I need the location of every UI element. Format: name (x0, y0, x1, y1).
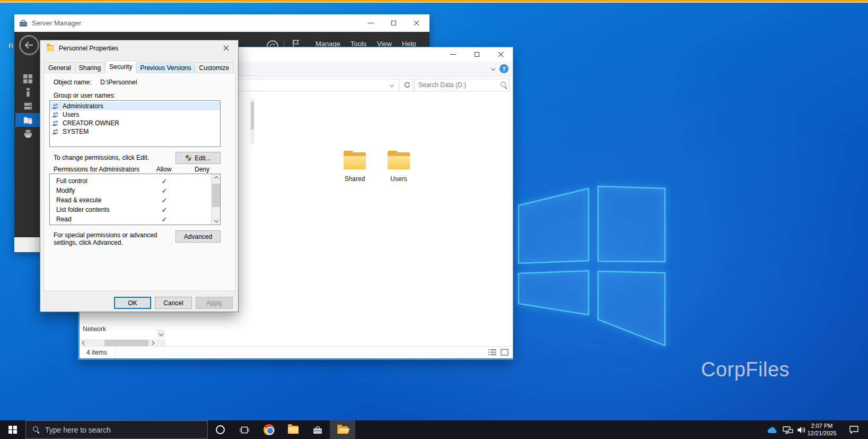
permission-row[interactable]: Full control ✓ (50, 176, 220, 186)
back-button[interactable] (19, 35, 39, 55)
sm-maximize-button[interactable] (382, 14, 405, 32)
nav-horizontal-scrollbar[interactable] (81, 339, 165, 347)
active-folder-window-button[interactable] (330, 420, 355, 439)
ribbon-expand-chevron-icon[interactable] (491, 66, 495, 71)
tab-customize[interactable]: Customize (195, 62, 233, 73)
scroll-up-button[interactable] (212, 174, 221, 183)
permissions-scrollbar[interactable] (211, 174, 220, 225)
status-separator (115, 349, 115, 356)
details-view-icon[interactable] (488, 349, 496, 356)
apply-button-disabled[interactable]: Apply (196, 297, 233, 309)
personnel-properties-dialog: Personnel Properties General Sharing Sec… (40, 40, 239, 312)
permission-row[interactable]: Modify ✓ (50, 186, 220, 195)
scrollbar-thumb[interactable] (212, 184, 220, 207)
scrollbar-thumb[interactable] (104, 340, 148, 346)
maximize-icon (475, 52, 479, 57)
permission-name: Read (56, 216, 72, 223)
nav-print-services[interactable] (15, 127, 40, 141)
group-name: SYSTEM (63, 128, 89, 135)
folder-icon (344, 152, 366, 169)
refresh-button[interactable] (401, 79, 413, 91)
uac-shield-icon (185, 154, 192, 161)
group-row-users[interactable]: Users (50, 110, 220, 119)
start-button[interactable] (0, 420, 25, 439)
windows-hero-logo (510, 178, 672, 353)
nav-local-server[interactable] (15, 85, 40, 99)
tab-previous-versions[interactable]: Previous Versions (136, 62, 195, 73)
search-icon (33, 426, 40, 433)
time-text: 2:07 PM (804, 422, 839, 429)
cancel-label: Cancel (163, 299, 183, 307)
permission-row[interactable]: Read & execute ✓ (50, 195, 220, 205)
group-row-system[interactable]: SYSTEM (50, 127, 220, 136)
tab-general[interactable]: General (44, 62, 75, 73)
group-row-administrators[interactable]: Administrators (50, 102, 220, 110)
nav-file-storage-services[interactable] (15, 113, 40, 127)
search-icon[interactable] (501, 82, 505, 89)
permission-row[interactable]: List folder contents ✓ (50, 205, 220, 214)
corpfiles-watermark: CorpFiles (701, 358, 860, 381)
dialog-titlebar[interactable]: Personnel Properties (40, 40, 238, 56)
scroll-down-button[interactable] (212, 216, 221, 225)
search-box[interactable] (414, 79, 510, 91)
explorer-close-button[interactable] (489, 47, 513, 62)
chevron-down-icon (159, 331, 163, 335)
folder-item-shared[interactable]: Shared (335, 152, 375, 183)
action-center-button[interactable] (847, 420, 861, 439)
group-row-creator-owner[interactable]: CREATOR OWNER (50, 119, 220, 127)
large-icons-view-icon[interactable] (501, 349, 508, 356)
cancel-button[interactable]: Cancel (155, 297, 192, 309)
explorer-minimize-button[interactable] (441, 47, 465, 62)
server-manager-content-fragment (14, 237, 40, 252)
nav-item-network[interactable]: Network (83, 325, 106, 333)
ok-label: OK (128, 299, 137, 307)
server-manager-icon (312, 425, 323, 435)
edit-button-label: Edit... (195, 154, 211, 162)
ok-button[interactable]: OK (114, 297, 151, 309)
all-servers-icon (23, 101, 33, 111)
nav-scroll-down-button[interactable] (157, 330, 165, 338)
nav-dashboard[interactable] (15, 72, 40, 85)
edit-button[interactable]: Edit... (176, 152, 221, 164)
dialog-tabs: General Sharing Security Previous Versio… (44, 61, 233, 73)
clock[interactable]: 2:07 PM 12/21/2025 (804, 422, 839, 437)
network-tray-button[interactable] (781, 420, 795, 439)
folder-item-users[interactable]: Users (379, 152, 419, 183)
onedrive-tray-button[interactable] (765, 420, 779, 439)
back-arrow-icon (24, 41, 34, 49)
permissions-listbox[interactable]: Full control ✓ Modify ✓ Read & execute ✓… (49, 174, 221, 225)
group-users-icon (52, 103, 59, 109)
nav-all-servers[interactable] (15, 99, 40, 113)
folder-icon (388, 152, 410, 169)
group-list-label: Group or user names: (54, 92, 116, 99)
server-manager-titlebar[interactable]: Server Manager (14, 14, 429, 32)
file-explorer-button[interactable] (281, 420, 305, 439)
scroll-left-button[interactable] (81, 339, 88, 347)
search-input[interactable] (415, 81, 501, 89)
advanced-button[interactable]: Advanced (176, 230, 221, 243)
dialog-close-button[interactable] (214, 40, 238, 56)
group-user-listbox[interactable]: Administrators Users CREATOR OWNER (49, 100, 221, 147)
scroll-right-button[interactable] (148, 339, 156, 347)
address-dropdown-icon[interactable] (390, 83, 394, 87)
tab-security[interactable]: Security (105, 61, 136, 73)
taskbar-search-box[interactable] (25, 420, 208, 439)
server-manager-button[interactable] (305, 420, 330, 439)
network-icon (783, 426, 793, 434)
permission-name: Modify (56, 187, 75, 194)
explorer-maximize-button[interactable] (465, 47, 489, 62)
group-name: Administrators (63, 102, 103, 110)
sm-close-button[interactable] (405, 14, 428, 32)
cortana-button[interactable] (208, 420, 232, 439)
tab-sharing[interactable]: Sharing (75, 62, 105, 73)
taskbar-search-input[interactable] (45, 426, 188, 434)
nav-pane-scrollbar[interactable] (250, 99, 255, 144)
permission-row[interactable]: Read ✓ (50, 214, 220, 224)
help-icon[interactable] (499, 64, 508, 73)
chrome-button[interactable] (257, 420, 281, 439)
file-explorer-icon (288, 426, 299, 434)
maximize-icon (391, 21, 396, 25)
task-view-button[interactable] (232, 420, 257, 439)
sm-minimize-button[interactable] (360, 14, 382, 32)
server-manager-nav-column (14, 57, 41, 237)
